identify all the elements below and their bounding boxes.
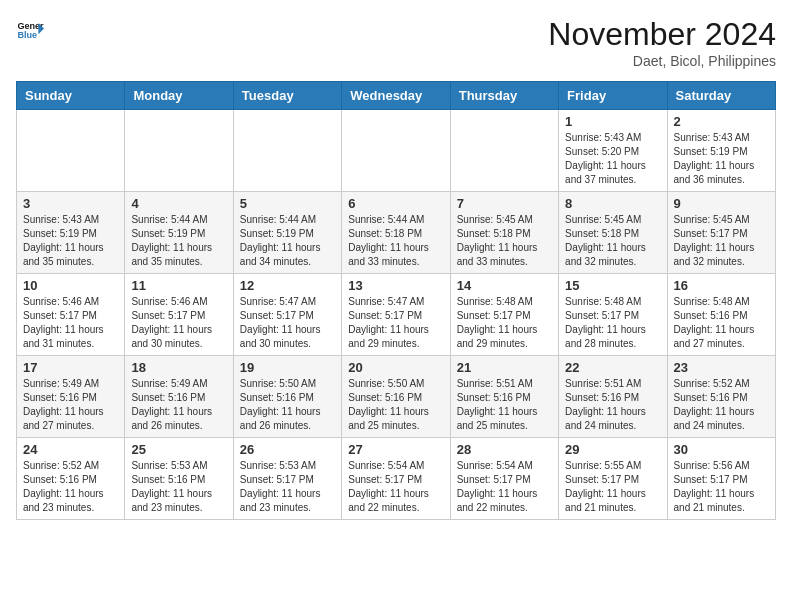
day-info: Sunrise: 5:53 AM Sunset: 5:16 PM Dayligh… — [131, 459, 226, 515]
calendar-cell: 9Sunrise: 5:45 AM Sunset: 5:17 PM Daylig… — [667, 192, 775, 274]
day-number: 27 — [348, 442, 443, 457]
week-row-2: 3Sunrise: 5:43 AM Sunset: 5:19 PM Daylig… — [17, 192, 776, 274]
day-info: Sunrise: 5:55 AM Sunset: 5:17 PM Dayligh… — [565, 459, 660, 515]
day-number: 2 — [674, 114, 769, 129]
day-info: Sunrise: 5:43 AM Sunset: 5:19 PM Dayligh… — [674, 131, 769, 187]
weekday-header-tuesday: Tuesday — [233, 82, 341, 110]
month-title: November 2024 — [548, 16, 776, 53]
calendar-cell: 13Sunrise: 5:47 AM Sunset: 5:17 PM Dayli… — [342, 274, 450, 356]
calendar-cell: 2Sunrise: 5:43 AM Sunset: 5:19 PM Daylig… — [667, 110, 775, 192]
calendar-cell: 18Sunrise: 5:49 AM Sunset: 5:16 PM Dayli… — [125, 356, 233, 438]
day-number: 30 — [674, 442, 769, 457]
day-info: Sunrise: 5:45 AM Sunset: 5:18 PM Dayligh… — [565, 213, 660, 269]
calendar-cell: 25Sunrise: 5:53 AM Sunset: 5:16 PM Dayli… — [125, 438, 233, 520]
day-info: Sunrise: 5:54 AM Sunset: 5:17 PM Dayligh… — [348, 459, 443, 515]
calendar-cell: 14Sunrise: 5:48 AM Sunset: 5:17 PM Dayli… — [450, 274, 558, 356]
calendar-cell: 10Sunrise: 5:46 AM Sunset: 5:17 PM Dayli… — [17, 274, 125, 356]
location: Daet, Bicol, Philippines — [548, 53, 776, 69]
day-number: 7 — [457, 196, 552, 211]
calendar-cell: 1Sunrise: 5:43 AM Sunset: 5:20 PM Daylig… — [559, 110, 667, 192]
calendar-cell: 11Sunrise: 5:46 AM Sunset: 5:17 PM Dayli… — [125, 274, 233, 356]
day-info: Sunrise: 5:47 AM Sunset: 5:17 PM Dayligh… — [240, 295, 335, 351]
day-number: 21 — [457, 360, 552, 375]
day-info: Sunrise: 5:54 AM Sunset: 5:17 PM Dayligh… — [457, 459, 552, 515]
day-number: 11 — [131, 278, 226, 293]
calendar-cell — [233, 110, 341, 192]
week-row-5: 24Sunrise: 5:52 AM Sunset: 5:16 PM Dayli… — [17, 438, 776, 520]
day-number: 16 — [674, 278, 769, 293]
day-info: Sunrise: 5:50 AM Sunset: 5:16 PM Dayligh… — [240, 377, 335, 433]
day-info: Sunrise: 5:46 AM Sunset: 5:17 PM Dayligh… — [131, 295, 226, 351]
calendar-cell: 5Sunrise: 5:44 AM Sunset: 5:19 PM Daylig… — [233, 192, 341, 274]
day-number: 18 — [131, 360, 226, 375]
day-number: 5 — [240, 196, 335, 211]
day-info: Sunrise: 5:52 AM Sunset: 5:16 PM Dayligh… — [674, 377, 769, 433]
calendar-cell — [17, 110, 125, 192]
day-number: 10 — [23, 278, 118, 293]
day-number: 3 — [23, 196, 118, 211]
day-number: 19 — [240, 360, 335, 375]
day-info: Sunrise: 5:43 AM Sunset: 5:20 PM Dayligh… — [565, 131, 660, 187]
calendar-cell: 12Sunrise: 5:47 AM Sunset: 5:17 PM Dayli… — [233, 274, 341, 356]
day-number: 9 — [674, 196, 769, 211]
calendar-cell: 15Sunrise: 5:48 AM Sunset: 5:17 PM Dayli… — [559, 274, 667, 356]
week-row-3: 10Sunrise: 5:46 AM Sunset: 5:17 PM Dayli… — [17, 274, 776, 356]
day-number: 4 — [131, 196, 226, 211]
day-number: 8 — [565, 196, 660, 211]
calendar-cell: 26Sunrise: 5:53 AM Sunset: 5:17 PM Dayli… — [233, 438, 341, 520]
weekday-header-wednesday: Wednesday — [342, 82, 450, 110]
day-number: 23 — [674, 360, 769, 375]
svg-text:Blue: Blue — [17, 30, 37, 40]
day-number: 17 — [23, 360, 118, 375]
day-info: Sunrise: 5:44 AM Sunset: 5:19 PM Dayligh… — [240, 213, 335, 269]
week-row-4: 17Sunrise: 5:49 AM Sunset: 5:16 PM Dayli… — [17, 356, 776, 438]
calendar-table: SundayMondayTuesdayWednesdayThursdayFrid… — [16, 81, 776, 520]
calendar-cell — [125, 110, 233, 192]
weekday-header-friday: Friday — [559, 82, 667, 110]
weekday-header-thursday: Thursday — [450, 82, 558, 110]
day-number: 24 — [23, 442, 118, 457]
day-info: Sunrise: 5:53 AM Sunset: 5:17 PM Dayligh… — [240, 459, 335, 515]
calendar-cell: 3Sunrise: 5:43 AM Sunset: 5:19 PM Daylig… — [17, 192, 125, 274]
calendar-cell: 21Sunrise: 5:51 AM Sunset: 5:16 PM Dayli… — [450, 356, 558, 438]
logo-icon: General Blue — [16, 16, 44, 44]
calendar-cell: 27Sunrise: 5:54 AM Sunset: 5:17 PM Dayli… — [342, 438, 450, 520]
calendar-cell: 16Sunrise: 5:48 AM Sunset: 5:16 PM Dayli… — [667, 274, 775, 356]
day-info: Sunrise: 5:43 AM Sunset: 5:19 PM Dayligh… — [23, 213, 118, 269]
day-info: Sunrise: 5:44 AM Sunset: 5:19 PM Dayligh… — [131, 213, 226, 269]
day-info: Sunrise: 5:45 AM Sunset: 5:18 PM Dayligh… — [457, 213, 552, 269]
calendar-cell: 30Sunrise: 5:56 AM Sunset: 5:17 PM Dayli… — [667, 438, 775, 520]
day-info: Sunrise: 5:45 AM Sunset: 5:17 PM Dayligh… — [674, 213, 769, 269]
logo: General Blue — [16, 16, 44, 44]
calendar-cell: 20Sunrise: 5:50 AM Sunset: 5:16 PM Dayli… — [342, 356, 450, 438]
calendar-cell: 28Sunrise: 5:54 AM Sunset: 5:17 PM Dayli… — [450, 438, 558, 520]
calendar-cell: 24Sunrise: 5:52 AM Sunset: 5:16 PM Dayli… — [17, 438, 125, 520]
calendar-cell: 8Sunrise: 5:45 AM Sunset: 5:18 PM Daylig… — [559, 192, 667, 274]
calendar-cell: 17Sunrise: 5:49 AM Sunset: 5:16 PM Dayli… — [17, 356, 125, 438]
day-number: 12 — [240, 278, 335, 293]
day-number: 26 — [240, 442, 335, 457]
day-info: Sunrise: 5:48 AM Sunset: 5:16 PM Dayligh… — [674, 295, 769, 351]
day-info: Sunrise: 5:46 AM Sunset: 5:17 PM Dayligh… — [23, 295, 118, 351]
day-number: 29 — [565, 442, 660, 457]
weekday-header-sunday: Sunday — [17, 82, 125, 110]
day-info: Sunrise: 5:44 AM Sunset: 5:18 PM Dayligh… — [348, 213, 443, 269]
day-number: 25 — [131, 442, 226, 457]
day-info: Sunrise: 5:48 AM Sunset: 5:17 PM Dayligh… — [565, 295, 660, 351]
day-info: Sunrise: 5:52 AM Sunset: 5:16 PM Dayligh… — [23, 459, 118, 515]
calendar-cell: 22Sunrise: 5:51 AM Sunset: 5:16 PM Dayli… — [559, 356, 667, 438]
day-info: Sunrise: 5:49 AM Sunset: 5:16 PM Dayligh… — [131, 377, 226, 433]
weekday-header-row: SundayMondayTuesdayWednesdayThursdayFrid… — [17, 82, 776, 110]
day-number: 1 — [565, 114, 660, 129]
day-info: Sunrise: 5:51 AM Sunset: 5:16 PM Dayligh… — [565, 377, 660, 433]
day-number: 6 — [348, 196, 443, 211]
day-number: 22 — [565, 360, 660, 375]
title-block: November 2024 Daet, Bicol, Philippines — [548, 16, 776, 69]
day-info: Sunrise: 5:50 AM Sunset: 5:16 PM Dayligh… — [348, 377, 443, 433]
calendar-cell: 29Sunrise: 5:55 AM Sunset: 5:17 PM Dayli… — [559, 438, 667, 520]
weekday-header-monday: Monday — [125, 82, 233, 110]
day-info: Sunrise: 5:48 AM Sunset: 5:17 PM Dayligh… — [457, 295, 552, 351]
calendar-cell: 23Sunrise: 5:52 AM Sunset: 5:16 PM Dayli… — [667, 356, 775, 438]
day-number: 15 — [565, 278, 660, 293]
calendar-cell: 4Sunrise: 5:44 AM Sunset: 5:19 PM Daylig… — [125, 192, 233, 274]
